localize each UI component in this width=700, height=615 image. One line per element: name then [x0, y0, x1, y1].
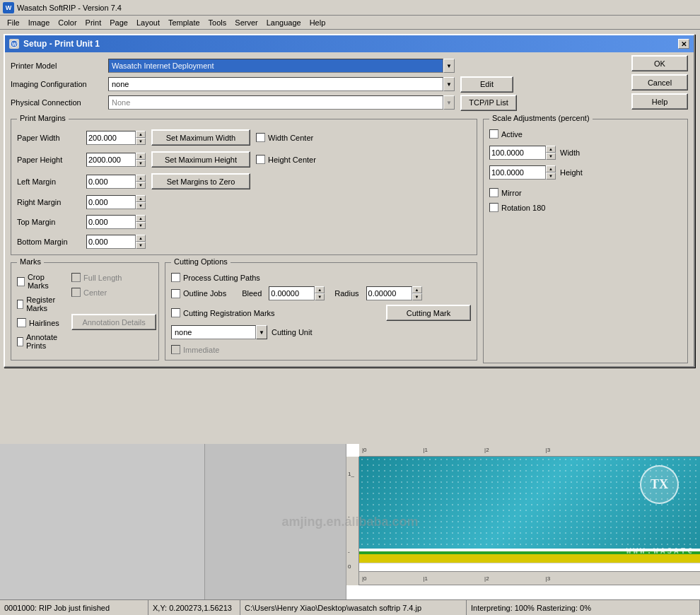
cancel-button[interactable]: Cancel: [631, 74, 688, 90]
top-margin-up[interactable]: ▲: [136, 215, 146, 222]
bleed-down[interactable]: ▼: [315, 293, 325, 300]
cutting-mark-button[interactable]: Cutting Mark: [386, 305, 471, 321]
center-checkbox[interactable]: [71, 288, 81, 297]
paper-width-down[interactable]: ▼: [136, 138, 146, 145]
rotation-checkbox[interactable]: [489, 203, 498, 212]
paper-width-field[interactable]: [86, 131, 136, 145]
menu-layout[interactable]: Layout: [132, 17, 164, 28]
paper-height-input[interactable]: ▲ ▼: [86, 153, 146, 167]
immediate-check[interactable]: Immediate: [171, 345, 471, 354]
left-margin-up[interactable]: ▲: [136, 175, 146, 182]
bottom-margin-down[interactable]: ▼: [136, 242, 146, 249]
process-cutting-checkbox[interactable]: [171, 273, 180, 282]
hairlines-checkbox[interactable]: [17, 318, 26, 327]
bleed-field[interactable]: [269, 286, 315, 300]
paper-height-down[interactable]: ▼: [136, 160, 146, 167]
menu-print[interactable]: Print: [81, 17, 106, 28]
scale-width-input[interactable]: ▲ ▼: [489, 146, 556, 160]
scale-width-down[interactable]: ▼: [546, 153, 556, 160]
paper-width-up[interactable]: ▲: [136, 131, 146, 138]
full-length-checkbox[interactable]: [71, 273, 81, 282]
menu-page[interactable]: Page: [105, 17, 132, 28]
scale-width-up[interactable]: ▲: [546, 146, 556, 153]
menu-help[interactable]: Help: [305, 17, 330, 28]
top-margin-down[interactable]: ▼: [136, 222, 146, 229]
width-center-checkbox[interactable]: [256, 133, 265, 142]
annotate-prints-checkbox[interactable]: [17, 337, 23, 346]
immediate-checkbox[interactable]: [171, 345, 180, 354]
top-margin-input[interactable]: ▲ ▼: [86, 215, 146, 229]
physical-connection-dropdown-arrow[interactable]: ▼: [443, 95, 455, 110]
height-center-checkbox[interactable]: [256, 155, 265, 164]
tcp-ip-button[interactable]: TCP/IP List: [460, 95, 517, 111]
left-margin-field[interactable]: [86, 175, 136, 189]
height-center-check[interactable]: Height Center: [256, 155, 316, 164]
menu-tools[interactable]: Tools: [204, 17, 231, 28]
printer-model-dropdown-arrow[interactable]: ▼: [443, 59, 455, 73]
radius-input[interactable]: ▲ ▼: [366, 286, 422, 300]
radius-field[interactable]: [366, 286, 412, 300]
register-marks-checkbox[interactable]: [17, 300, 23, 309]
bleed-input[interactable]: ▲ ▼: [269, 286, 325, 300]
bottom-margin-field[interactable]: [86, 235, 136, 249]
mirror-checkbox[interactable]: [489, 188, 498, 197]
menu-server[interactable]: Server: [231, 17, 262, 28]
cutting-unit-value[interactable]: none: [171, 325, 256, 339]
dialog-close-button[interactable]: ✕: [678, 39, 689, 49]
top-margin-field[interactable]: [86, 215, 136, 229]
cutting-reg-check[interactable]: Cutting Registration Marks: [171, 308, 275, 317]
menu-file[interactable]: File: [3, 17, 24, 28]
physical-connection-value[interactable]: None: [108, 95, 443, 110]
annotation-details-button[interactable]: Annotation Details: [71, 314, 156, 330]
mirror-check[interactable]: Mirror: [489, 188, 682, 197]
scale-active-check[interactable]: Active: [489, 129, 682, 139]
help-button[interactable]: Help: [631, 93, 688, 110]
scale-height-field[interactable]: [489, 165, 546, 180]
annotate-prints-check[interactable]: Annotate Prints: [17, 333, 60, 350]
scale-width-field[interactable]: [489, 146, 546, 160]
set-max-height-button[interactable]: Set Maximum Height: [151, 151, 250, 168]
printer-model-select-wrapper[interactable]: Wasatch Internet Deployment ▼: [108, 59, 455, 73]
outline-jobs-checkbox[interactable]: [171, 289, 180, 298]
center-check[interactable]: Center: [71, 288, 156, 297]
menu-image[interactable]: Image: [24, 17, 54, 28]
outline-jobs-check[interactable]: Outline Jobs: [171, 289, 226, 298]
bottom-margin-up[interactable]: ▲: [136, 235, 146, 242]
scale-height-input[interactable]: ▲ ▼: [489, 165, 556, 180]
imaging-config-value[interactable]: none: [108, 77, 443, 91]
scale-active-checkbox[interactable]: [489, 129, 498, 139]
paper-height-up[interactable]: ▲: [136, 153, 146, 160]
radius-down[interactable]: ▼: [412, 293, 422, 300]
register-marks-check[interactable]: Register Marks: [17, 295, 60, 312]
set-margins-zero-button[interactable]: Set Margins to Zero: [151, 173, 250, 189]
width-center-check[interactable]: Width Center: [256, 133, 313, 142]
printer-model-value[interactable]: Wasatch Internet Deployment: [108, 59, 443, 73]
physical-connection-select-wrapper[interactable]: None ▼: [108, 95, 455, 110]
rotation-check[interactable]: Rotation 180: [489, 203, 682, 212]
ok-button[interactable]: OK: [631, 55, 688, 71]
crop-marks-checkbox[interactable]: [17, 277, 25, 286]
right-margin-input[interactable]: ▲ ▼: [86, 195, 146, 209]
set-max-width-button[interactable]: Set Maximum Width: [151, 129, 250, 146]
cutting-unit-arrow[interactable]: ▼: [256, 325, 267, 339]
imaging-config-select-wrapper[interactable]: none ▼: [108, 77, 455, 91]
paper-height-field[interactable]: [86, 153, 136, 167]
crop-marks-check[interactable]: Crop Marks: [17, 273, 60, 290]
scale-height-up[interactable]: ▲: [546, 165, 556, 172]
left-margin-input[interactable]: ▲ ▼: [86, 175, 146, 189]
paper-width-input[interactable]: ▲ ▼: [86, 131, 146, 145]
full-length-check[interactable]: Full Length: [71, 273, 156, 282]
bleed-up[interactable]: ▲: [315, 286, 325, 293]
scale-height-down[interactable]: ▼: [546, 172, 556, 180]
radius-up[interactable]: ▲: [412, 286, 422, 293]
imaging-config-dropdown-arrow[interactable]: ▼: [443, 77, 455, 91]
right-margin-up[interactable]: ▲: [136, 195, 146, 202]
left-margin-down[interactable]: ▼: [136, 182, 146, 189]
hairlines-check[interactable]: Hairlines: [17, 318, 60, 327]
edit-button[interactable]: Edit: [460, 76, 513, 93]
menu-language[interactable]: Language: [262, 17, 305, 28]
cutting-unit-combo[interactable]: none ▼: [171, 325, 267, 339]
process-cutting-check[interactable]: Process Cutting Paths: [171, 273, 260, 282]
menu-color[interactable]: Color: [54, 17, 81, 28]
cutting-reg-checkbox[interactable]: [171, 308, 180, 317]
